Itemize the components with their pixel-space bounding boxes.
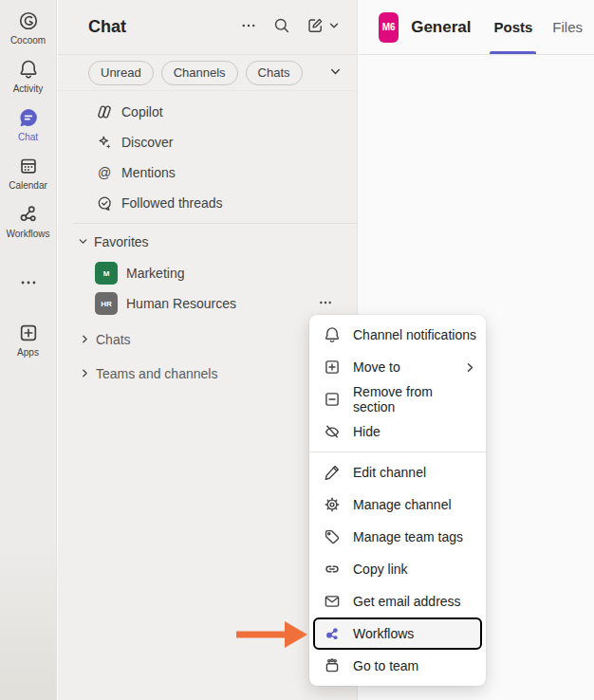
search-button[interactable] [272, 16, 291, 38]
channel-name: Human Resources [126, 296, 236, 311]
chevron-down-icon [329, 65, 342, 81]
menu-item-label: Workflows [353, 626, 414, 641]
rail-item-cocoom[interactable]: Cocoom [0, 4, 56, 52]
rail-label: Apps [17, 347, 39, 358]
rail-label: Cocoom [10, 35, 46, 46]
list-item-label: Mentions [121, 165, 176, 180]
rail-item-activity[interactable]: Activity [0, 52, 56, 101]
team-icon [323, 656, 342, 675]
mail-icon [323, 592, 342, 611]
filter-pill-chats[interactable]: Chats [246, 61, 303, 85]
menu-item-copy-link[interactable]: Copy link [309, 553, 486, 585]
filter-collapse-button[interactable] [329, 65, 342, 81]
chevron-right-icon [464, 361, 476, 374]
tag-icon [323, 527, 342, 546]
subtract-square-icon [323, 390, 342, 409]
divider [73, 223, 357, 224]
menu-item-label: Move to [353, 359, 400, 375]
more-ellipsis-icon [317, 294, 334, 314]
new-chat-icon [306, 16, 325, 38]
list-item-label: Discover [121, 135, 173, 150]
menu-item-label: Copy link [353, 562, 408, 577]
list-item-copilot[interactable]: Copilot [58, 97, 357, 127]
copilot-icon [95, 102, 114, 121]
rail-item-workflows[interactable]: Workflows [0, 197, 56, 246]
menu-item-get-email-address[interactable]: Get email address [309, 585, 486, 617]
chat-filled-icon [17, 106, 40, 129]
menu-item-label: Manage channel [353, 497, 452, 512]
tab-files[interactable]: Files [550, 0, 585, 54]
menu-divider [309, 451, 486, 452]
more-ellipsis-icon [18, 272, 39, 293]
section-header-favorites[interactable]: Favorites [58, 228, 357, 256]
avatar: M [95, 262, 118, 285]
rail-item-chat[interactable]: Chat [0, 101, 56, 149]
svg-text:@: @ [98, 165, 111, 180]
menu-item-hide[interactable]: Hide [309, 415, 486, 448]
calendar-icon [17, 155, 40, 177]
chevron-right-icon [80, 332, 90, 347]
menu-item-label: Go to team [353, 658, 418, 673]
rail-label: Activity [13, 83, 44, 94]
pencil-icon [323, 463, 342, 482]
menu-item-manage-channel[interactable]: Manage channel [309, 488, 486, 521]
favorites-section: Favorites M Marketing HR Human Resources [58, 228, 357, 319]
chat-more-options-button[interactable] [239, 16, 258, 38]
menu-item-label: Remove from section [353, 384, 476, 414]
rail-item-calendar[interactable]: Calendar [0, 149, 56, 197]
menu-item-label: Edit channel [353, 465, 426, 480]
filter-pill-channels[interactable]: Channels [161, 61, 238, 85]
menu-item-edit-channel[interactable]: Edit channel [309, 456, 486, 488]
favorites-rows: M Marketing HR Human Resources [58, 258, 357, 319]
link-icon [323, 560, 342, 579]
chevron-right-icon [80, 366, 90, 381]
followed-threads-icon [95, 193, 114, 212]
tab-posts[interactable]: Posts [492, 0, 534, 54]
add-square-icon [323, 358, 342, 377]
more-ellipsis-icon [239, 16, 258, 38]
list-item-followed-threads[interactable]: Followed threads [58, 188, 357, 218]
chevron-down-icon [78, 234, 88, 249]
menu-item-label: Hide [353, 424, 381, 439]
new-chat-button[interactable] [306, 16, 340, 38]
team-avatar: M6 [379, 12, 399, 43]
channel-name: Marketing [126, 266, 184, 281]
eye-off-icon [323, 422, 342, 441]
menu-item-manage-team-tags[interactable]: Manage team tags [309, 521, 486, 553]
mention-icon: @ [95, 163, 114, 182]
list-item-label: Copilot [121, 104, 163, 120]
channel-title: General [411, 18, 471, 37]
channel-header: M6 General Posts Files [359, 0, 594, 55]
gear-icon [323, 495, 342, 514]
workflows-icon [17, 203, 40, 226]
menu-item-remove-from-section[interactable]: Remove from section [309, 383, 486, 415]
menu-item-move-to[interactable]: Move to [309, 351, 486, 383]
rail-label: Calendar [9, 180, 47, 191]
channel-row-marketing[interactable]: M Marketing [58, 258, 357, 288]
apps-icon [17, 322, 40, 344]
search-icon [272, 16, 291, 38]
list-item-discover[interactable]: Discover [58, 127, 357, 157]
chat-header-actions [239, 16, 340, 38]
chevron-down-icon [328, 20, 340, 34]
sparkle-icon [95, 133, 114, 152]
panel-title: Chat [88, 17, 239, 37]
section-label: Favorites [94, 234, 149, 249]
filter-pill-unread[interactable]: Unread [88, 61, 154, 85]
list-item-mentions[interactable]: @ Mentions [58, 157, 357, 188]
rail-item-apps[interactable]: Apps [0, 316, 56, 364]
app-window: Cocoom Activity Chat [0, 0, 594, 700]
channel-more-options-button[interactable] [317, 294, 334, 314]
menu-item-go-to-team[interactable]: Go to team [309, 650, 486, 682]
rail-item-more[interactable] [0, 263, 56, 303]
channel-row-human-resources[interactable]: HR Human Resources [58, 288, 357, 319]
menu-item-channel-notifications[interactable]: Channel notifications [309, 319, 486, 351]
annotation-arrow [233, 620, 309, 649]
menu-item-label: Manage team tags [353, 529, 463, 544]
channel-context-menu: Channel notifications Move to Remov [309, 315, 486, 686]
cocoom-logo [17, 9, 40, 32]
workflows-icon [323, 624, 342, 643]
menu-item-workflows[interactable]: Workflows [313, 617, 482, 650]
avatar: HR [95, 292, 118, 315]
bell-icon [17, 58, 40, 81]
